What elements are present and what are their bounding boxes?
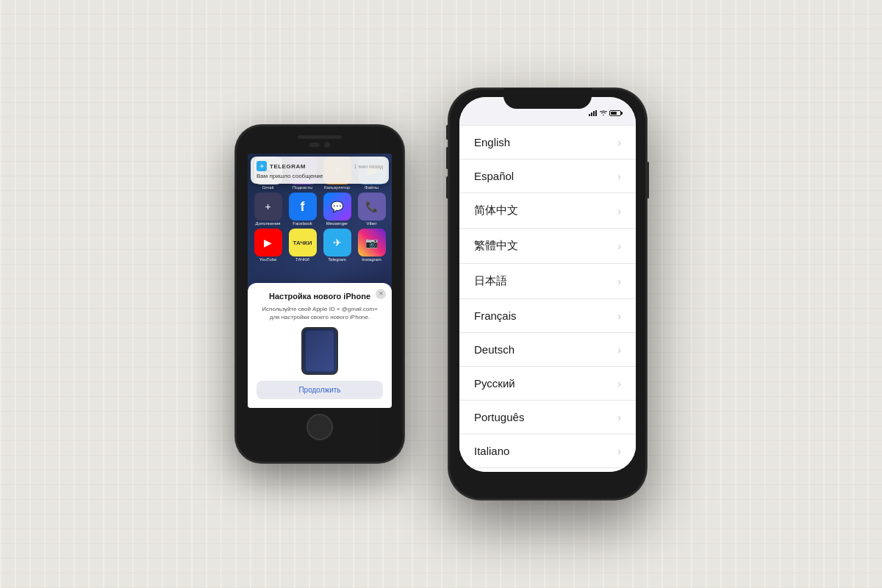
chevron-icon: › <box>617 310 621 322</box>
speaker <box>298 135 342 139</box>
lang-item-english[interactable]: English › <box>459 125 636 159</box>
notif-header: ✈ TELEGRAM 1 мин назад <box>257 161 383 171</box>
app-telegram[interactable]: ✈ Telegram <box>322 229 353 262</box>
dialog-subtitle: Используйте свой Apple ID « @gmail.com» … <box>257 305 383 321</box>
lang-name-french: Français <box>474 309 517 322</box>
setup-dialog: ✕ Настройка нового iPhone Используйте св… <box>248 283 392 408</box>
viber-icon[interactable]: 📞 <box>358 193 386 220</box>
lang-name-japanese: 日本語 <box>474 274 507 288</box>
chevron-icon: › <box>617 171 621 182</box>
chevron-icon: › <box>617 240 621 252</box>
camera-area <box>309 142 330 148</box>
app-extra[interactable]: + Дополнения <box>253 193 284 226</box>
app-facebook[interactable]: f Facebook <box>287 193 318 226</box>
app-youtube[interactable]: ▶ YouTube <box>253 229 284 262</box>
lang-item-german[interactable]: Deutsch › <box>459 333 636 367</box>
extra-icon[interactable]: + <box>254 193 282 220</box>
messenger-label: Messenger <box>326 221 348 226</box>
status-icons <box>589 110 621 116</box>
taxi-icon[interactable]: ТАЧКИ <box>289 229 317 257</box>
chevron-icon: › <box>617 445 621 457</box>
svg-rect-2 <box>593 111 595 116</box>
notif-message: Вам пришло сообщение <box>257 173 383 179</box>
notif-time: 1 мин назад <box>354 164 383 169</box>
lang-item-french[interactable]: Français › <box>459 299 636 333</box>
dialog-phone-illustration <box>301 327 338 375</box>
language-list: English › Español › 简体中文 › 繁體中文 › 日本語 › … <box>459 119 636 472</box>
lang-item-espanol[interactable]: Español › <box>459 159 636 193</box>
volume-up-button[interactable] <box>446 147 448 169</box>
chevron-icon: › <box>617 344 621 356</box>
telegram-icon[interactable]: ✈ <box>323 229 351 257</box>
app-instagram[interactable]: 📷 Instagram <box>356 229 387 262</box>
battery-icon <box>609 110 621 116</box>
notif-app-info: ✈ TELEGRAM <box>257 161 306 171</box>
svg-rect-1 <box>591 112 592 116</box>
podcasts-label: Подкасты <box>293 185 312 190</box>
lang-name-traditional-chinese: 繁體中文 <box>474 239 518 253</box>
lang-name-german: Deutsch <box>474 343 514 356</box>
notch <box>503 88 592 109</box>
lang-item-simplified-chinese[interactable]: 简体中文 › <box>459 193 636 229</box>
svg-rect-3 <box>595 110 597 116</box>
battery-fill <box>611 112 617 115</box>
app-row-3: ▶ YouTube ТАЧКИ ТАЧКИ ✈ Telegram 📷 Insta… <box>251 229 389 262</box>
svg-rect-0 <box>589 114 590 116</box>
facebook-icon[interactable]: f <box>289 193 317 220</box>
lang-item-russian[interactable]: Русский › <box>459 367 636 401</box>
telegram-notif-icon: ✈ <box>257 161 267 171</box>
gmail-label: Gmail <box>262 185 274 190</box>
app-viber[interactable]: 📞 Viber <box>356 193 387 226</box>
calc-label: Калькулятор <box>324 185 350 190</box>
dialog-continue-button[interactable]: Продолжить <box>257 381 383 399</box>
app-taxi[interactable]: ТАЧКИ ТАЧКИ <box>287 229 318 262</box>
notif-app-name: TELEGRAM <box>270 163 306 170</box>
sensor <box>309 143 320 147</box>
signal-icon <box>589 110 598 116</box>
lang-name-english: English <box>474 136 510 148</box>
lang-name-portuguese: Português <box>474 411 524 423</box>
app-row-2: + Дополнения f Facebook 💬 Messenger 📞 Vi… <box>251 193 389 226</box>
app-messenger[interactable]: 💬 Messenger <box>322 193 353 226</box>
files-label: Файлы <box>365 185 379 190</box>
notification-banner: ✈ TELEGRAM 1 мин назад Вам пришло сообще… <box>251 157 389 184</box>
iphone-right: 9:41 English <box>448 88 647 500</box>
dialog-title: Настройка нового iPhone <box>257 292 383 301</box>
camera-dot <box>324 142 330 148</box>
volume-down-button[interactable] <box>446 176 448 198</box>
lang-name-italian: Italiano <box>474 445 509 457</box>
chevron-icon: › <box>617 412 621 423</box>
dialog-close-button[interactable]: ✕ <box>376 289 386 299</box>
lang-item-korean[interactable]: 한국어 › <box>459 468 636 472</box>
lang-item-italian[interactable]: Italiano › <box>459 434 636 468</box>
extra-label: Дополнения <box>256 221 281 226</box>
wifi-icon <box>600 110 607 116</box>
facebook-label: Facebook <box>293 221 312 226</box>
lang-name-russian: Русский <box>474 377 515 390</box>
taxi-label: ТАЧКИ <box>295 257 309 262</box>
lang-item-japanese[interactable]: 日本語 › <box>459 264 636 299</box>
chevron-icon: › <box>617 137 621 148</box>
instagram-icon[interactable]: 📷 <box>358 229 386 257</box>
chevron-icon: › <box>617 378 621 390</box>
viber-label: Viber <box>367 221 377 226</box>
side-button[interactable] <box>647 162 649 198</box>
iphone-left: ✉ Gmail 🎙 Подкасты ✕ Калькулятор 📁 Файлы <box>235 125 404 463</box>
lang-item-portuguese[interactable]: Português › <box>459 401 636 434</box>
left-screen: ✉ Gmail 🎙 Подкасты ✕ Калькулятор 📁 Файлы <box>248 154 392 408</box>
instagram-label: Instagram <box>362 257 381 262</box>
lang-name-espanol: Español <box>474 170 514 182</box>
lang-name-simplified-chinese: 简体中文 <box>474 204 518 218</box>
dialog-phone-screen <box>306 331 334 371</box>
home-button[interactable] <box>306 414 333 440</box>
messenger-icon[interactable]: 💬 <box>323 193 351 220</box>
right-screen: 9:41 English <box>459 97 636 472</box>
telegram-label: Telegram <box>328 257 346 262</box>
mute-button[interactable] <box>446 125 448 140</box>
youtube-label: YouTube <box>259 257 277 262</box>
chevron-icon: › <box>617 276 621 287</box>
lang-item-traditional-chinese[interactable]: 繁體中文 › <box>459 229 636 264</box>
app-grid: ✉ Gmail 🎙 Подкасты ✕ Калькулятор 📁 Файлы <box>248 154 392 408</box>
youtube-icon[interactable]: ▶ <box>254 229 282 257</box>
chevron-icon: › <box>617 205 621 217</box>
